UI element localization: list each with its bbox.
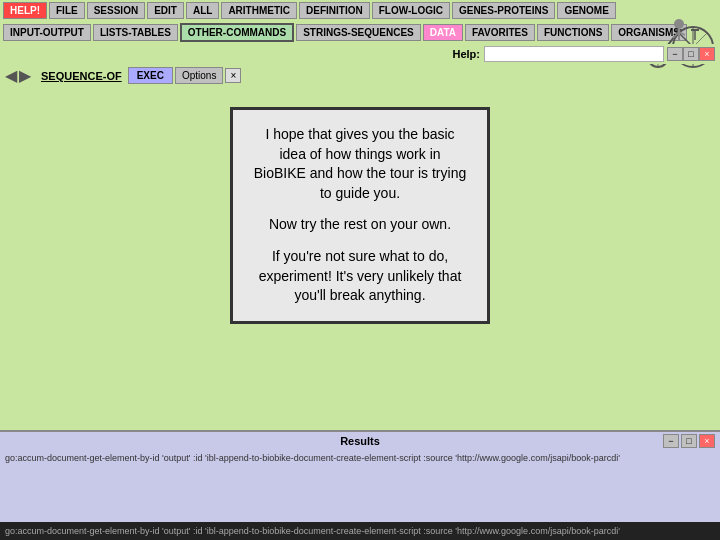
message-paragraph3: If you're not sure what to do, experimen… [253,247,467,306]
flow-logic-button[interactable]: FLOW-LOGIC [372,2,450,19]
results-content: go:accum-document-get-element-by-id 'out… [0,450,720,466]
toolbar-row: ◀ ▶ SEQUENCE-OF EXEC Options × [0,64,720,87]
results-minimize-button[interactable]: − [663,434,679,448]
edit-button[interactable]: EDIT [147,2,184,19]
svg-point-14 [674,19,684,29]
forward-arrow[interactable]: ▶ [19,66,31,85]
other-commands-button[interactable]: OTHER-COMMANDS [180,23,294,42]
help-label: Help: [453,48,481,60]
input-output-button[interactable]: INPUT-OUTPUT [3,24,91,41]
sequence-close-button[interactable]: × [225,68,241,83]
results-title: Results [340,435,380,447]
arithmetic-button[interactable]: ARITHMETIC [221,2,297,19]
lists-tables-button[interactable]: LISTS-TABLES [93,24,178,41]
message-paragraph1: I hope that gives you the basic idea of … [253,125,467,203]
top-nav-row1: HELP!FILESESSIONEDITALLARITHMETICDEFINIT… [0,0,720,21]
results-panel: Results − □ × go:accum-document-get-elem… [0,430,720,540]
help-close-button[interactable]: × [699,47,715,61]
help-bar: Help: − □ × [0,44,720,64]
back-arrow[interactable]: ◀ [5,66,17,85]
definition-button[interactable]: DEFINITION [299,2,370,19]
session-button[interactable]: SESSION [87,2,145,19]
results-window-buttons: − □ × [663,434,715,448]
message-paragraph2: Now try the rest on your own. [253,215,467,235]
message-box: I hope that gives you the basic idea of … [230,107,490,324]
status-bar: go:accum-document-get-element-by-id 'out… [0,522,720,540]
results-header: Results − □ × [0,432,720,450]
help-minimize-button[interactable]: − [667,47,683,61]
status-text: go:accum-document-get-element-by-id 'out… [5,526,620,536]
all-button[interactable]: ALL [186,2,219,19]
results-maximize-button[interactable]: □ [681,434,697,448]
data-button[interactable]: DATA [423,24,463,41]
help-maximize-button[interactable]: □ [683,47,699,61]
options-button[interactable]: Options [175,67,223,84]
help-button[interactable]: HELP! [3,2,47,19]
sequence-label: SEQUENCE-OF [41,70,122,82]
help-input[interactable] [484,46,664,62]
genes-proteins-button[interactable]: GENES-PROTEINS [452,2,555,19]
functions-button[interactable]: FUNCTIONS [537,24,609,41]
genome-button[interactable]: GENOME [557,2,615,19]
strings-sequences-button[interactable]: STRINGS-SEQUENCES [296,24,421,41]
results-close-button[interactable]: × [699,434,715,448]
favorites-button[interactable]: FAVORITES [465,24,535,41]
exec-button[interactable]: EXEC [128,67,173,84]
top-nav-row2: INPUT-OUTPUTLISTS-TABLESOTHER-COMMANDSST… [0,21,720,44]
file-button[interactable]: FILE [49,2,85,19]
main-content-area: I hope that gives you the basic idea of … [0,87,720,347]
